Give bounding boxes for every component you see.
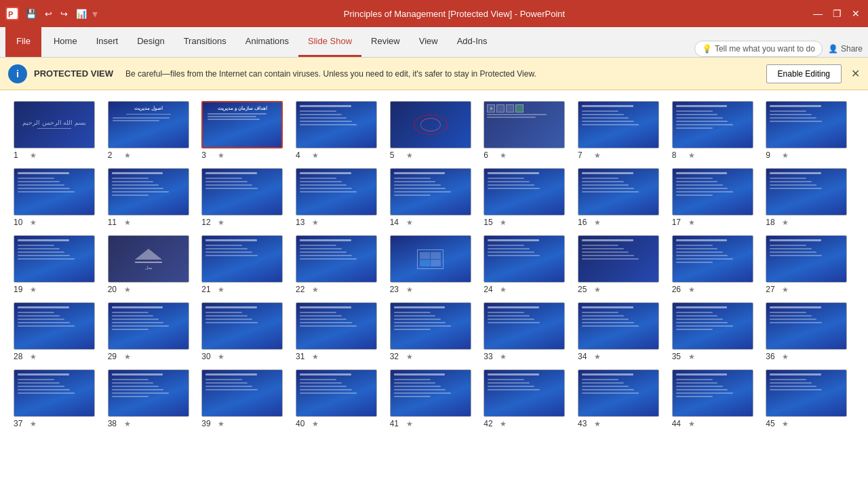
slide-star-icon[interactable]: ★ <box>124 285 131 294</box>
slide-thumbnail-16[interactable] <box>578 168 659 216</box>
presentation-btn[interactable]: 📊 <box>73 7 90 20</box>
slide-thumbnail-34[interactable] <box>578 302 659 350</box>
slide-star-icon[interactable]: ★ <box>406 218 413 227</box>
tab-animations[interactable]: Animations <box>236 27 298 57</box>
slide-item[interactable]: 18★ <box>766 168 854 227</box>
tab-review[interactable]: Review <box>361 27 410 57</box>
slide-thumbnail-28[interactable] <box>14 302 95 350</box>
slide-thumbnail-2[interactable]: اصول مدیریت <box>108 101 189 148</box>
slide-item[interactable]: 29★ <box>108 302 197 361</box>
slide-item[interactable]: 31★ <box>296 302 384 361</box>
tab-file[interactable]: File <box>5 27 41 57</box>
slide-star-icon[interactable]: ★ <box>218 285 224 294</box>
slide-grid-container[interactable]: بسم الله الرحمن الرحيم 1★ اصول مدیریت 2★… <box>0 90 868 488</box>
save-quick-btn[interactable]: 💾 <box>23 7 39 20</box>
slide-thumbnail-21[interactable] <box>201 235 283 283</box>
tab-design[interactable]: Design <box>127 27 174 57</box>
slide-thumbnail-32[interactable] <box>390 302 471 350</box>
redo-quick-btn[interactable]: ↪ <box>58 7 71 20</box>
slide-thumbnail-18[interactable] <box>766 168 847 216</box>
slide-star-icon[interactable]: ★ <box>782 352 789 361</box>
slide-star-icon[interactable]: ★ <box>312 352 319 361</box>
slide-star-icon[interactable]: ★ <box>406 151 413 160</box>
slide-thumbnail-29[interactable] <box>108 302 189 350</box>
slide-star-icon[interactable]: ★ <box>594 151 601 160</box>
slide-thumbnail-42[interactable] <box>484 369 565 417</box>
slide-star-icon[interactable]: ★ <box>782 285 789 294</box>
slide-thumbnail-9[interactable] <box>766 101 847 148</box>
slide-item[interactable]: 33★ <box>484 302 572 361</box>
slide-star-icon[interactable]: ★ <box>688 420 695 428</box>
slide-star-icon[interactable]: ★ <box>124 352 131 361</box>
slide-item[interactable]: 27★ <box>766 235 854 294</box>
slide-thumbnail-20[interactable]: مدل <box>108 235 189 283</box>
slide-thumbnail-37[interactable] <box>14 369 95 417</box>
slide-item[interactable]: 43★ <box>578 369 667 428</box>
slide-item[interactable]: 12★ <box>201 168 290 227</box>
slide-item[interactable]: 13★ <box>296 168 384 227</box>
slide-star-icon[interactable]: ★ <box>30 420 37 428</box>
slide-item[interactable]: 4★ <box>296 101 384 160</box>
slide-item[interactable]: 8★ <box>672 101 761 160</box>
slide-item[interactable]: اصول مدیریت 2★ <box>108 101 197 160</box>
slide-thumbnail-45[interactable] <box>766 369 847 417</box>
slide-item[interactable]: 42★ <box>484 369 572 428</box>
slide-star-icon[interactable]: ★ <box>218 218 224 227</box>
slide-star-icon[interactable]: ★ <box>782 151 789 160</box>
slide-item[interactable]: 37★ <box>14 369 102 428</box>
slide-star-icon[interactable]: ★ <box>218 420 224 428</box>
minimize-button[interactable]: — <box>811 7 825 20</box>
slide-thumbnail-10[interactable] <box>14 168 95 216</box>
slide-item[interactable]: 14★ <box>390 168 479 227</box>
slide-star-icon[interactable]: ★ <box>688 352 695 361</box>
slide-thumbnail-27[interactable] <box>766 235 847 283</box>
tab-home[interactable]: Home <box>44 27 87 57</box>
slide-star-icon[interactable]: ★ <box>688 218 695 227</box>
slide-item[interactable]: 39★ <box>201 369 290 428</box>
slide-star-icon[interactable]: ★ <box>30 218 37 227</box>
slide-thumbnail-5[interactable] <box>390 101 471 148</box>
slide-star-icon[interactable]: ★ <box>594 420 601 428</box>
slide-thumbnail-17[interactable] <box>672 168 753 216</box>
slide-item[interactable]: 10★ <box>14 168 102 227</box>
slide-item[interactable]: 16★ <box>578 168 667 227</box>
slide-thumbnail-33[interactable] <box>484 302 565 350</box>
slide-star-icon[interactable]: ★ <box>124 151 131 160</box>
slide-item[interactable]: بسم الله الرحمن الرحيم 1★ <box>14 101 102 160</box>
slide-item[interactable]: 38★ <box>108 369 197 428</box>
slide-item[interactable]: مدل 20★ <box>108 235 197 294</box>
slide-star-icon[interactable]: ★ <box>30 151 37 160</box>
slide-thumbnail-6[interactable]: A <box>484 101 565 148</box>
slide-star-icon[interactable]: ★ <box>500 285 507 294</box>
slide-thumbnail-4[interactable] <box>296 101 377 148</box>
slide-star-icon[interactable]: ★ <box>30 285 37 294</box>
slide-item[interactable]: 7★ <box>578 101 667 160</box>
slide-item[interactable]: 44★ <box>672 369 761 428</box>
slide-thumbnail-39[interactable] <box>201 369 283 417</box>
slide-thumbnail-11[interactable] <box>108 168 189 216</box>
slide-star-icon[interactable]: ★ <box>500 352 507 361</box>
slide-thumbnail-12[interactable] <box>201 168 283 216</box>
slide-thumbnail-44[interactable] <box>672 369 753 417</box>
slide-item[interactable]: 5★ <box>390 101 479 160</box>
slide-star-icon[interactable]: ★ <box>312 218 319 227</box>
slide-thumbnail-14[interactable] <box>390 168 471 216</box>
tab-slideshow[interactable]: Slide Show <box>298 27 361 57</box>
undo-quick-btn[interactable]: ↩ <box>42 7 55 20</box>
slide-thumbnail-38[interactable] <box>108 369 189 417</box>
slide-thumbnail-40[interactable] <box>296 369 377 417</box>
slide-thumbnail-30[interactable] <box>201 302 283 350</box>
slide-item[interactable]: 36★ <box>766 302 854 361</box>
slide-item[interactable]: 34★ <box>578 302 667 361</box>
slide-star-icon[interactable]: ★ <box>594 218 601 227</box>
slide-item[interactable]: اهداف سازمان و مدیریت 3★ <box>201 101 290 160</box>
slide-thumbnail-31[interactable] <box>296 302 377 350</box>
tab-insert[interactable]: Insert <box>87 27 128 57</box>
share-button[interactable]: 👤 Share <box>828 44 863 54</box>
slide-item[interactable]: A 6★ <box>484 101 572 160</box>
slide-star-icon[interactable]: ★ <box>312 285 319 294</box>
slide-thumbnail-43[interactable] <box>578 369 659 417</box>
enable-editing-button[interactable]: Enable Editing <box>766 64 842 83</box>
slide-star-icon[interactable]: ★ <box>500 218 507 227</box>
slide-star-icon[interactable]: ★ <box>124 420 131 428</box>
